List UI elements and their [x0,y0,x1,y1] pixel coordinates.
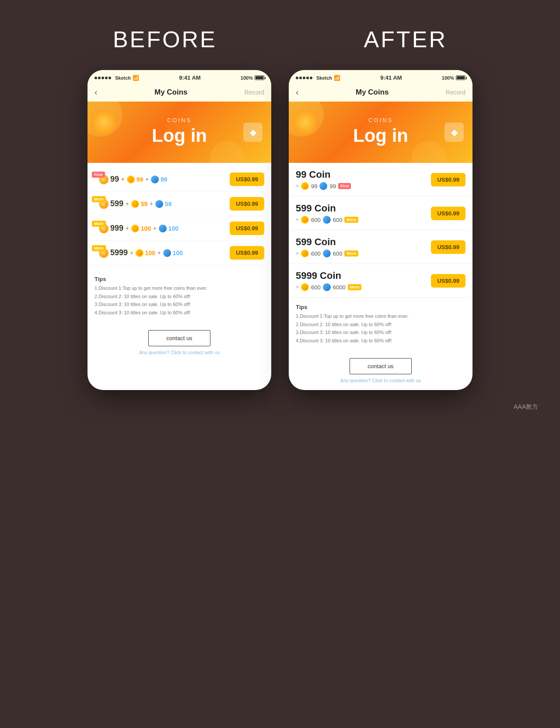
sub-coin-blue-4 [323,283,331,291]
table-row: First COIN C 99 + 99 + 99 US$0.99 [88,167,271,192]
bonus2-3: 100 [168,225,178,232]
price-button-after-3[interactable]: US$0.99 [431,240,466,254]
status-bar-before: Sketch 📶 9:41 AM 100% [88,70,271,84]
hero-banner-before: COINS Log in ◆ [88,102,271,163]
wifi-icon-after: 📶 [334,75,340,81]
sub-coin-orange-3 [301,250,309,257]
price-button-1[interactable]: US$0.99 [230,172,264,186]
bonus2-1: 99 [161,176,168,183]
amount-2: 599 [110,199,123,208]
price-button-after-4[interactable]: US$0.99 [431,274,466,288]
price-button-4[interactable]: US$0.99 [230,246,264,260]
carrier-after: Sketch [316,75,332,81]
sub-val-orange-2: 600 [311,217,321,223]
after-coin-name-2: 599 Coin [296,203,431,214]
after-row-sub-1: + 99 99 First [296,182,431,190]
deco-circle-before [92,110,116,134]
bonus2-4: 100 [173,250,183,257]
after-coin-name-4: 5999 Coin [296,270,431,281]
tips-title-before: Tips [94,276,264,282]
bonus2-2: 59 [165,200,172,207]
sub-val-blue-4: 6000 [333,284,346,291]
sub-val-blue-1: 99 [329,183,336,190]
sub-val-orange-4: 600 [311,284,321,291]
status-bar-after: Sketch 📶 9:41 AM 100% [289,70,472,84]
bonus1-2: 59 [141,200,148,207]
badge-first-after-1: First [338,183,351,189]
badge-first-1: First [92,172,105,178]
wifi-icon-before: 📶 [133,75,139,81]
bonus-coin-blue-3 [159,225,167,232]
hero-login-text-after: Log in [298,125,464,146]
hero-login-text-before: Log in [96,125,262,146]
after-label: AFTER [364,26,447,53]
bonus-coin-orange-3 [131,225,139,232]
badge-more-2: More [92,196,106,202]
page-title-after: My Coins [356,88,389,97]
price-button-after-2[interactable]: US$0.99 [431,207,466,220]
badge-more-4: More [92,245,106,251]
after-row-left-1: 99 Coin + 99 99 First [296,169,431,190]
contact-section-before: contact us Any question? Click to contac… [88,323,271,362]
after-row-sub-4: + 600 6000 More [296,283,431,291]
sub-coin-orange-1 [301,182,309,190]
back-button-before[interactable]: ‹ [94,87,98,97]
phone-before: Sketch 📶 9:41 AM 100% ‹ My Coins Record … [88,70,271,390]
tips-title-after: Tips [296,304,466,310]
table-row: 599 Coin + 600 600 More US$0.99 [289,230,472,264]
sub-val-blue-3: 600 [333,250,343,257]
record-link-after[interactable]: Record [446,89,466,96]
tips-text-before: 1.Discount 1:Top up to get more free coi… [94,284,264,317]
diamond-icon-after: ◆ [444,123,464,142]
after-row-sub-2: + 600 600 More [296,216,431,224]
badge-more-after-3: More [344,250,358,257]
sub-coin-blue-1 [319,182,327,190]
comparison-labels: BEFORE AFTER [39,26,521,53]
phones-row: Sketch 📶 9:41 AM 100% ‹ My Coins Record … [13,70,547,390]
sub-coin-blue-2 [323,216,331,224]
badge-more-3: More [92,221,106,227]
price-button-after-1[interactable]: US$0.99 [431,173,466,186]
phone-after: Sketch 📶 9:41 AM 100% ‹ My Coins Record … [289,70,472,390]
sub-val-orange-1: 99 [311,183,317,190]
hero-coins-label-after: COINS [298,117,464,123]
row-content-2: C 599 + 59 + 59 [94,199,172,209]
back-button-after[interactable]: ‹ [296,87,299,97]
after-row-left-4: 5999 Coin + 600 6000 More [296,270,431,291]
table-row: More COIN C 999 + 100 + 100 US$0.99 [88,216,271,241]
diamond-icon-before: ◆ [243,123,262,142]
bonus-coin-orange-4 [136,249,144,257]
bonus-coin-blue-2 [155,200,163,208]
bonus1-3: 100 [141,225,151,232]
table-row: 599 Coin + 600 600 More US$0.99 [289,197,472,230]
tips-section-before: Tips 1.Discount 1:Top up to get more fre… [88,270,271,323]
hero-coins-label-before: COINS [96,117,262,123]
bonus1-4: 100 [145,250,155,257]
sub-val-blue-2: 600 [333,217,343,223]
amount-3: 999 [110,224,123,233]
before-label: BEFORE [113,26,217,53]
after-row-left-2: 599 Coin + 600 600 More [296,203,431,224]
table-row: 5999 Coin + 600 6000 More US$0.99 [289,264,472,298]
after-row-left-3: 599 Coin + 600 600 More [296,236,431,257]
hero-banner-after: COINS Log in ◆ [289,102,472,163]
price-button-3[interactable]: US$0.99 [230,222,264,235]
table-row: More COIN C 599 + 59 + 59 US$0.99 [88,192,271,216]
contact-button-before[interactable]: contact us [148,330,210,346]
page-title-before: My Coins [154,88,188,97]
contact-button-after[interactable]: contact us [350,358,411,374]
carrier-before: Sketch [115,75,131,81]
row-content-3: C 999 + 100 + 100 [94,224,178,233]
bonus-coin-orange-2 [131,200,139,208]
record-link-before[interactable]: Record [245,89,264,96]
deco-circle-after [293,110,317,134]
bonus-coin-orange-1 [127,176,135,183]
price-button-2[interactable]: US$0.99 [230,197,264,211]
after-coin-name-1: 99 Coin [296,169,431,180]
row-content-4: C 5999 + 100 + 100 [94,248,183,258]
battery-pct-after: 100% [442,75,454,81]
sub-coin-blue-3 [323,250,331,257]
after-row-sub-3: + 600 600 More [296,250,431,257]
table-row: 99 Coin + 99 99 First US$0.99 [289,163,472,197]
bonus-coin-blue-1 [151,176,159,183]
